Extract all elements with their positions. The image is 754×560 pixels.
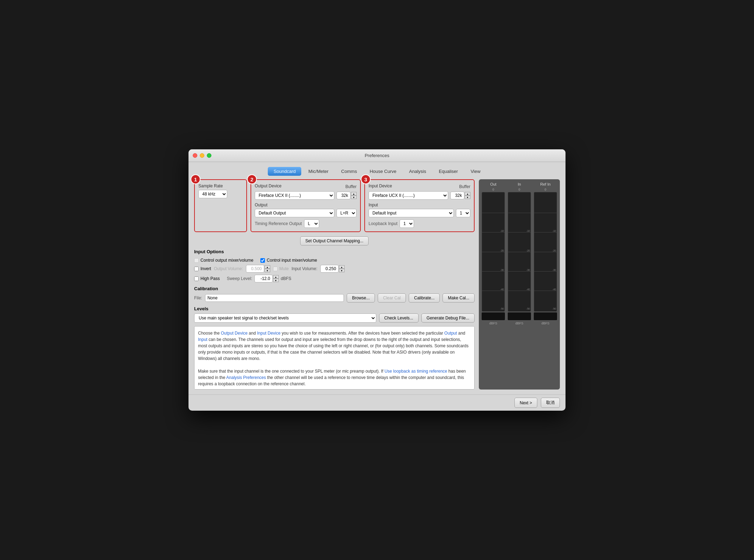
calibration-title: Calibration: [194, 286, 218, 291]
input-vol-down[interactable]: ▼: [339, 269, 345, 272]
timing-ref-select[interactable]: L R: [304, 219, 319, 228]
output-lr-select[interactable]: L+R L R: [336, 209, 357, 217]
section-2-box: 2 Output Device Buffer Fireface UCX II (…: [251, 179, 361, 232]
tab-view[interactable]: View: [465, 167, 486, 176]
link-analysis-prefs[interactable]: Analysis Preferences: [226, 375, 266, 380]
tab-analysis[interactable]: Analysis: [403, 167, 432, 176]
vu-out-label: Out: [490, 182, 496, 186]
set-channel-mapping-button[interactable]: Set Output Channel Mapping...: [300, 236, 369, 245]
invert-checkbox[interactable]: [194, 267, 199, 271]
check-levels-button[interactable]: Check Levels...: [379, 313, 419, 323]
link-input-device[interactable]: Input Device: [257, 331, 280, 336]
input-buffer-up[interactable]: ▲: [465, 192, 470, 195]
badge-3: 3: [361, 174, 371, 184]
generate-debug-button[interactable]: Generate Debug File...: [421, 313, 475, 323]
output-channel-select[interactable]: Default Output: [255, 209, 334, 217]
control-output-check[interactable]: Control output mixer/volume: [194, 258, 253, 263]
options-row-2: Invert Output Volume: ▲ ▼ Mute: [194, 265, 475, 273]
output-volume-spinner: ▲ ▼: [246, 265, 270, 273]
input-volume-spinner: ▲ ▼: [320, 265, 345, 273]
next-button[interactable]: Next >: [514, 398, 537, 408]
control-input-check[interactable]: Control input mixer/volume: [260, 258, 317, 263]
browse-button[interactable]: Browse...: [347, 293, 375, 303]
output-vol-down[interactable]: ▼: [265, 269, 270, 272]
output-vol-up[interactable]: ▲: [265, 265, 270, 269]
link-input[interactable]: Input: [198, 337, 208, 342]
output-buffer-up[interactable]: ▲: [351, 192, 357, 195]
tab-soundcard[interactable]: Soundcard: [268, 167, 301, 176]
vu-out-dbfs: dBFS: [489, 322, 497, 325]
options-row-1: Control output mixer/volume Control inpu…: [194, 258, 475, 263]
sample-rate-select[interactable]: 48 kHz 44.1 kHz 88.2 kHz 96 kHz 192 kHz: [198, 190, 227, 198]
cal-file-input[interactable]: [205, 294, 344, 302]
output-device-select[interactable]: Fireface UCX II (........): [255, 191, 334, 200]
main-area: 1 Sample Rate 48 kHz 44.1 kHz 88.2 kHz 9…: [194, 179, 560, 390]
link-output[interactable]: Output: [444, 331, 457, 336]
tab-bar: Soundcard Mic/Meter Comms House Curve An…: [194, 167, 560, 176]
tab-mic-meter[interactable]: Mic/Meter: [303, 167, 334, 176]
traffic-lights: [193, 153, 211, 158]
vu-in-black-box: [508, 312, 531, 320]
help-paragraph-1: Choose the Output Device and Input Devic…: [198, 330, 471, 362]
input-options-section: Input Options Control output mixer/volum…: [194, 249, 475, 282]
output-volume-btns: ▲ ▼: [265, 265, 270, 272]
output-channel-row: Default Output L+R L R: [255, 209, 357, 217]
output-buffer-down[interactable]: ▼: [351, 195, 357, 199]
input-buffer-down[interactable]: ▼: [465, 195, 470, 199]
invert-check[interactable]: Invert: [194, 266, 211, 271]
sweep-level-input[interactable]: [254, 275, 273, 282]
fullscreen-button[interactable]: [207, 153, 211, 158]
control-output-checkbox[interactable]: [194, 258, 199, 263]
clear-cal-button[interactable]: Clear Cal: [378, 293, 406, 303]
cancel-button[interactable]: 取消: [541, 398, 560, 408]
input-num-select[interactable]: 1 2: [456, 209, 470, 217]
mute-checkbox[interactable]: [273, 267, 278, 271]
input-device-select[interactable]: Fireface UCX II (........): [369, 191, 448, 200]
tab-comms[interactable]: Comms: [335, 167, 363, 176]
calibrate-button[interactable]: Calibrate...: [409, 293, 440, 303]
options-row-3: High Pass Sweep Level: ▲ ▼ dB: [194, 275, 475, 282]
output-buffer-input[interactable]: [336, 192, 351, 199]
levels-select-wrap: Use main speaker test signal to check/se…: [194, 313, 376, 323]
section-3-box: 3 Input Device Buffer Fireface UCX II (.…: [364, 179, 475, 232]
levels-dropdown[interactable]: Use main speaker test signal to check/se…: [194, 313, 376, 323]
mute-check[interactable]: Mute: [273, 266, 289, 271]
input-channel-select[interactable]: Default Input: [369, 209, 454, 217]
link-loopback[interactable]: Use loopback as timing reference: [384, 369, 447, 374]
preferences-window: Preferences Soundcard Mic/Meter Comms Ho…: [188, 149, 566, 411]
bottom-bar: Next > 取消: [188, 394, 566, 411]
input-vol-up[interactable]: ▲: [339, 265, 345, 269]
output-volume-input[interactable]: [246, 265, 264, 273]
output-label: Output: [255, 203, 357, 207]
high-pass-check[interactable]: High Pass: [194, 276, 220, 281]
sweep-level-spinner: ▲ ▼: [254, 275, 279, 282]
section-row: 1 Sample Rate 48 kHz 44.1 kHz 88.2 kHz 9…: [194, 179, 475, 232]
high-pass-checkbox[interactable]: [194, 276, 199, 281]
vu-panel: Out 0 -10 -20 -30 -40 -50 dBFS: [479, 179, 560, 390]
input-volume-input[interactable]: [320, 265, 339, 273]
vu-ref-zero: 0: [544, 188, 546, 191]
sample-rate-wrapper: 48 kHz 44.1 kHz 88.2 kHz 96 kHz 192 kHz: [198, 190, 243, 198]
tab-equaliser[interactable]: Equaliser: [433, 167, 463, 176]
vu-meter-in: In 0 -10 -20 -30 -40 -50 dBFS: [508, 182, 531, 387]
link-output-device[interactable]: Output Device: [221, 331, 248, 336]
vu-in-dbfs: dBFS: [515, 322, 524, 325]
input-buffer-input[interactable]: [450, 192, 464, 199]
vu-ref-black-box: [534, 312, 557, 320]
sweep-up[interactable]: ▲: [273, 275, 279, 279]
control-input-checkbox[interactable]: [260, 258, 265, 263]
vu-ref-bar: -10 -20 -30 -40 -50: [534, 192, 557, 312]
help-section: Choose the Output Device and Input Devic…: [194, 326, 475, 390]
high-pass-label: High Pass: [200, 276, 220, 281]
minimize-button[interactable]: [200, 153, 204, 158]
levels-row: Use main speaker test signal to check/se…: [194, 313, 475, 323]
close-button[interactable]: [193, 153, 197, 158]
loopback-select[interactable]: 1 2: [400, 219, 414, 228]
channel-mapping-row: Set Output Channel Mapping...: [194, 236, 475, 245]
sweep-down[interactable]: ▼: [273, 279, 279, 282]
tab-house-curve[interactable]: House Curve: [364, 167, 402, 176]
vu-in-bar: -10 -20 -30 -40 -50: [508, 192, 531, 312]
title-bar: Preferences: [188, 149, 566, 162]
make-cal-button[interactable]: Make Cal...: [443, 293, 475, 303]
output-buffer-btns: ▲ ▼: [351, 192, 357, 199]
